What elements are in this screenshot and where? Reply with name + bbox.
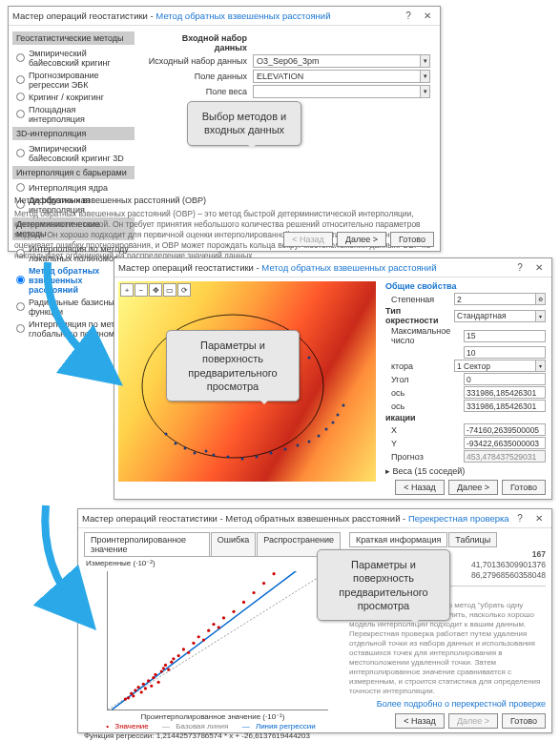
field-input[interactable]: ELEVATION [253,70,421,83]
svg-point-39 [144,687,147,690]
weight-dd-icon[interactable]: ▾ [421,85,430,98]
svg-point-7 [205,450,208,453]
svg-point-36 [136,686,139,689]
svg-point-62 [242,601,245,604]
x-input[interactable]: -74160,2639500005 [464,423,546,436]
svg-point-51 [177,654,180,657]
svg-point-37 [140,690,143,693]
y-axis-label: Измеренные (·10⁻²) [86,559,342,567]
svg-point-53 [187,651,190,654]
calc-icon[interactable]: ⚙ [536,293,546,305]
svg-point-19 [337,414,340,417]
method-kernel[interactable]: Интерполяция ядра [12,181,135,194]
finish-button[interactable]: Готово [502,713,546,729]
r2-input[interactable]: 331986,185426301 [464,400,546,412]
svg-point-40 [147,679,150,682]
src-label: Исходный набор данных [148,56,253,66]
svg-point-50 [172,657,175,660]
finish-button[interactable]: Готово [390,232,434,247]
svg-point-8 [213,454,216,457]
title-step-3b: Перекрестная проверка [408,513,509,524]
minn-input[interactable]: 10 [464,346,546,359]
svg-point-17 [325,428,328,431]
y-label: Y [385,439,464,448]
x-label: X [385,425,464,435]
r1-input[interactable]: 331986,185426301 [464,386,546,399]
titlebar-3: Мастер операций геостатистики - Метод об… [78,509,551,528]
pred-label: Прогноз [385,452,464,462]
angle-input[interactable]: 0 [464,373,546,385]
tab-tables[interactable]: Таблицы [448,532,497,547]
tooltip-cv: Параметры и поверхность предварительного… [317,549,450,621]
method-areal[interactable]: Площадная интерполяция [12,103,135,125]
field-dd-icon[interactable]: ▾ [421,70,430,83]
title-step: Метод обратных взвешенных расстояний [156,10,330,21]
src-dd-icon[interactable]: ▾ [421,54,430,68]
svg-point-43 [154,673,156,676]
svg-point-5 [184,447,187,450]
svg-point-31 [124,698,127,701]
svg-point-57 [207,629,210,632]
count-value: 167 [532,549,546,559]
weights-expander[interactable]: ▸ Веса (15 соседей) [385,463,546,479]
method-ebk[interactable]: Эмпирический байесовский кригинг [12,47,135,69]
back-button[interactable]: < Назад [395,480,445,495]
finish-button[interactable]: Готово [502,480,546,495]
method-ebk-reg[interactable]: Прогнозирование регрессии ЭБК [12,69,135,91]
help-icon[interactable]: ? [511,261,529,275]
tab-predicted[interactable]: Проинтерполированное значение [84,532,210,556]
svg-point-13 [284,448,287,451]
sector-input[interactable]: 1 Сектор [454,360,536,372]
method-ebk3d[interactable]: Эмпирический байесовский кригинг 3D [12,142,135,164]
svg-point-14 [297,444,300,447]
neigh-input[interactable]: Стандартная [454,310,536,322]
dd-icon[interactable]: ▾ [536,360,546,372]
next-button[interactable]: Далее > [448,480,498,495]
close-icon[interactable]: ✕ [419,10,436,23]
scatter-chart [107,571,328,710]
svg-point-11 [256,456,259,459]
next-button[interactable]: Далее > [337,232,386,247]
svg-point-48 [167,668,170,670]
help-icon[interactable]: ? [400,10,417,23]
maxn-label: Максимальное число [385,326,464,345]
chart-legend: • Значение — Базовая линия — Линия регре… [84,722,342,731]
tab-summary[interactable]: Краткая информация [349,532,447,547]
y-input[interactable]: -93422,6635000003 [464,437,546,449]
chart-panel: Проинтерполированное значение Ошибка Рас… [80,530,345,710]
cv-more-link[interactable]: Более подробно о перекрестной проверке [377,699,546,709]
svg-point-55 [197,635,200,638]
close-icon[interactable]: ✕ [530,261,548,275]
svg-point-20 [342,404,345,407]
angle-label: Угол [385,375,464,384]
dd-icon[interactable]: ▾ [536,310,546,322]
svg-point-3 [165,433,168,436]
svg-point-33 [130,692,133,695]
close-icon[interactable]: ✕ [530,512,548,525]
cat-barriers: Интерполяция с барьерами [12,166,135,179]
power-input[interactable]: 2 [454,293,536,305]
field-label: Поле данных [148,72,253,81]
pred-value: 453,478437529031 [464,450,546,463]
svg-point-60 [222,616,225,619]
rms-value: 86,27968560358048 [471,570,546,580]
svg-point-6 [194,452,197,455]
help-icon[interactable]: ? [511,512,529,525]
title-step-2: Метод обратных взвешенных расстояний [261,262,436,273]
svg-point-56 [202,638,205,641]
svg-point-54 [192,642,195,645]
method-kriging[interactable]: Кригинг / кокригинг [12,91,135,103]
maxn-input[interactable]: 15 [464,330,546,342]
svg-point-34 [132,694,135,697]
src-input[interactable]: O3_Sep06_3pm [253,54,421,68]
title-prefix: Мастер операций геостатистики [12,10,148,21]
svg-point-35 [134,689,136,691]
neigh-label: Тип окрестности [385,306,454,325]
back-button[interactable]: < Назад [395,713,445,729]
svg-point-15 [308,441,311,443]
tab-error[interactable]: Ошибка [211,532,257,556]
weight-input[interactable] [253,85,421,98]
svg-point-32 [127,696,130,699]
titlebar-2: Мастер операций геостатистики - Метод об… [114,258,551,278]
svg-point-59 [218,626,220,628]
